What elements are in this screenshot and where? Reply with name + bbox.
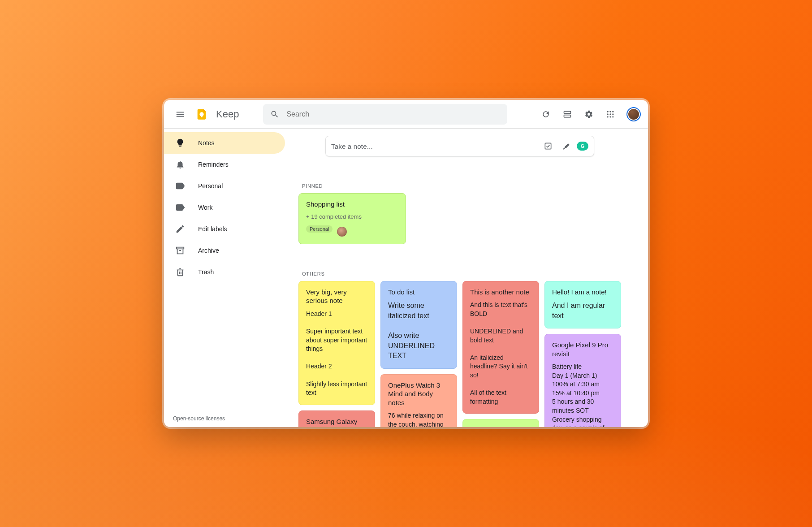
app-name: Keep (216, 108, 239, 120)
note-body: 76 while relaxing on the couch, watching… (388, 411, 449, 427)
svg-rect-3 (564, 115, 571, 117)
note-title: OnePlus Watch 3 vs. Apple Watch running … (470, 426, 531, 427)
keep-logo (193, 105, 211, 123)
archive-icon (175, 245, 186, 256)
checkbox-icon (544, 142, 553, 151)
note-card[interactable]: OnePlus Watch 3 vs. Apple Watch running … (462, 419, 539, 427)
note-subtitle: + 19 completed items (306, 213, 398, 220)
search-icon[interactable] (267, 106, 283, 122)
svg-point-0 (199, 112, 203, 116)
sidebar-item-label: Personal (198, 182, 223, 190)
note-title: Samsung Galaxy S25 review notes (306, 417, 367, 427)
sidebar-item-personal[interactable]: Personal (164, 175, 285, 197)
label-icon (175, 181, 186, 191)
header: Keep (164, 100, 648, 129)
others-section-label: OTHERS (302, 271, 621, 276)
sidebar-item-label: Trash (198, 268, 214, 276)
note-body: And this is text that's BOLD UNDERLINED … (470, 301, 531, 406)
note-title: Hello! I am a note! (552, 288, 613, 297)
grammarly-icon: G (577, 142, 588, 151)
pinned-section-label: PINNED (302, 183, 621, 189)
search-bar[interactable] (263, 104, 507, 125)
pinned-notes: Shopping list + 19 completed items Perso… (298, 193, 621, 244)
apps-grid-icon (606, 110, 615, 119)
svg-point-8 (609, 113, 611, 115)
trash-icon (175, 267, 186, 277)
sidebar-item-label: Work (198, 204, 212, 211)
app-window: Keep NotesRemindersPersonalWorkEdit labe… (164, 100, 648, 427)
sidebar-item-label: Edit labels (198, 225, 227, 233)
google-apps-button[interactable] (601, 105, 619, 123)
search-input[interactable] (283, 104, 504, 125)
note-title: Shopping list (306, 200, 398, 209)
svg-rect-1 (201, 116, 203, 117)
note-body: Battery life Day 1 (March 1) 100% at 7:3… (552, 363, 613, 427)
note-title: Very big, very serious note (306, 288, 367, 305)
note-card[interactable]: Hello! I am a note! And I am regular tex… (544, 281, 621, 328)
svg-point-10 (607, 116, 609, 117)
sidebar-item-label: Reminders (198, 161, 229, 168)
refresh-button[interactable] (537, 105, 555, 123)
note-body: And I am regular text (552, 301, 613, 321)
note-card[interactable]: Shopping list + 19 completed items Perso… (298, 193, 406, 244)
bell-icon (175, 159, 186, 170)
note-card[interactable]: OnePlus Watch 3 Mind and Body notes 76 w… (380, 374, 457, 427)
svg-point-6 (612, 111, 613, 112)
note-title: OnePlus Watch 3 Mind and Body notes (388, 381, 449, 407)
new-list-button[interactable] (539, 137, 557, 155)
settings-button[interactable] (580, 105, 598, 123)
svg-point-11 (609, 116, 611, 117)
sidebar-item-label: Archive (198, 247, 219, 254)
keep-logo-icon (195, 108, 208, 121)
new-drawing-button[interactable] (557, 137, 575, 155)
collaborator-avatar[interactable] (337, 227, 347, 237)
note-title: This is another note (470, 288, 531, 297)
note-card[interactable]: To do list Write some italicized text Al… (380, 281, 457, 369)
hamburger-icon (175, 109, 185, 119)
take-note-bar[interactable]: Take a note... G (325, 136, 594, 156)
other-notes: Very big, very serious note Header 1 Sup… (298, 281, 621, 427)
svg-rect-13 (545, 143, 551, 149)
list-view-icon (563, 110, 572, 119)
open-source-licenses-link[interactable]: Open-source licenses (173, 415, 225, 422)
sidebar-item-archive[interactable]: Archive (164, 240, 285, 261)
account-avatar[interactable] (626, 107, 641, 121)
note-card[interactable]: Very big, very serious note Header 1 Sup… (298, 281, 375, 405)
sidebar-item-work[interactable]: Work (164, 197, 285, 218)
sidebar-item-label: Notes (198, 139, 215, 147)
svg-point-12 (612, 116, 613, 117)
new-image-note-button[interactable]: G (575, 137, 588, 155)
svg-point-7 (607, 113, 609, 115)
sidebar-item-notes[interactable]: Notes (164, 132, 285, 154)
note-card[interactable]: Google Pixel 9 Pro revisit Battery life … (544, 334, 621, 427)
svg-point-4 (607, 111, 609, 112)
sidebar-item-edit-labels[interactable]: Edit labels (164, 218, 285, 240)
note-body: Write some italicized text Also write UN… (388, 301, 449, 361)
note-card[interactable]: Samsung Galaxy S25 review notes Battery … (298, 410, 375, 427)
gear-icon (584, 110, 593, 119)
take-note-placeholder: Take a note... (331, 143, 539, 150)
notes-area: Take a note... G PINNED Shopping list + … (289, 129, 648, 427)
label-icon (175, 202, 186, 213)
note-card[interactable]: This is another note And this is text th… (462, 281, 539, 414)
lightbulb-icon (175, 138, 186, 148)
svg-point-9 (612, 113, 613, 115)
brush-icon (561, 142, 570, 151)
sidebar-item-reminders[interactable]: Reminders (164, 154, 285, 175)
pencil-icon (175, 224, 186, 234)
sidebar: NotesRemindersPersonalWorkEdit labelsArc… (164, 129, 289, 427)
list-view-button[interactable] (558, 105, 576, 123)
main-menu-button[interactable] (171, 105, 189, 123)
note-body: Header 1 Super important text about supe… (306, 310, 367, 397)
refresh-icon (541, 110, 550, 119)
note-title: To do list (388, 288, 449, 297)
svg-point-5 (609, 111, 611, 112)
note-title: Google Pixel 9 Pro revisit (552, 341, 613, 358)
note-label-chip[interactable]: Personal (306, 225, 333, 233)
sidebar-item-trash[interactable]: Trash (164, 261, 285, 283)
